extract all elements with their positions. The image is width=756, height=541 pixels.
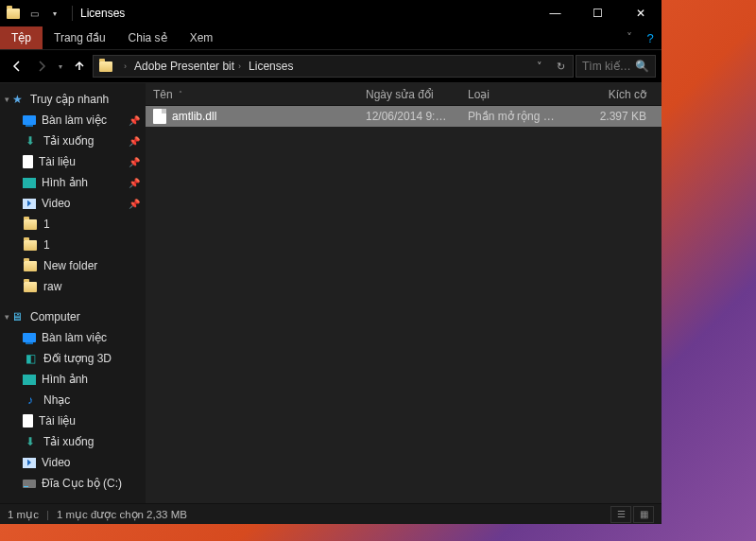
nav-item[interactable]: Video📌 xyxy=(0,193,146,214)
expand-icon[interactable]: ▾ xyxy=(0,95,13,104)
file-name: amtlib.dll xyxy=(172,110,216,123)
nav-item-label: raw xyxy=(43,280,61,293)
nav-item[interactable]: Đĩa Cục bộ (C:) xyxy=(0,473,146,494)
file-list: Tên˄ Ngày sửa đổi Loại Kích cỡ amtlib.dl… xyxy=(146,83,662,503)
desktop-icon xyxy=(23,115,36,125)
nav-item[interactable]: Hình ảnh📌 xyxy=(0,172,146,193)
nav-item-label: 1 xyxy=(43,238,50,252)
ribbon-expand-icon[interactable]: ˅ xyxy=(620,31,639,44)
folder-icon xyxy=(23,217,38,232)
nav-item-label: Tải xuống xyxy=(43,134,94,148)
doc-icon xyxy=(23,414,33,428)
view-details-button[interactable]: ☰ xyxy=(610,506,631,523)
status-selection: 1 mục được chọn 2,33 MB xyxy=(57,508,187,521)
status-bar: 1 mục | 1 mục được chọn 2,33 MB ☰ ▦ xyxy=(0,503,662,524)
nav-item-label: Bàn làm việc xyxy=(42,113,107,127)
qat-item[interactable]: ▭ xyxy=(26,6,42,21)
nav-item[interactable]: ♪Nhạc xyxy=(0,390,146,410)
nav-item-label: Video xyxy=(42,197,70,210)
address-bar[interactable]: › Adobe Presenter bit› Licenses ˅ ↻ xyxy=(93,55,574,78)
file-row[interactable]: amtlib.dll12/06/2014 9:09 SAPhần mở rộng… xyxy=(146,106,662,127)
nav-item-label: Bàn làm việc xyxy=(42,331,107,344)
search-placeholder: Tìm kiếm t… xyxy=(582,60,631,73)
pin-icon: 📌 xyxy=(129,199,140,209)
img-icon xyxy=(23,178,36,188)
window-title: Licenses xyxy=(77,7,534,20)
file-icon xyxy=(153,109,166,124)
breadcrumb-root-arrow[interactable]: › xyxy=(116,56,130,77)
column-name[interactable]: Tên˄ xyxy=(146,83,358,105)
desktop-icon xyxy=(23,333,36,342)
nav-item[interactable]: raw xyxy=(0,276,146,297)
nav-item-label: Hình ảnh xyxy=(42,373,88,386)
drive-icon xyxy=(23,480,36,488)
nav-computer[interactable]: ▾ 🖥 Computer xyxy=(0,306,146,327)
help-icon[interactable]: ? xyxy=(639,31,662,45)
column-size[interactable]: Kích cỡ xyxy=(564,83,662,105)
music-icon: ♪ xyxy=(23,393,38,408)
nav-item[interactable]: 1 xyxy=(0,214,146,235)
folder-icon xyxy=(99,61,112,72)
nav-item[interactable]: Video xyxy=(0,452,146,473)
nav-item[interactable]: ◧Đối tượng 3D xyxy=(0,348,146,369)
nav-item-label: Tài liệu xyxy=(39,414,76,428)
nav-item[interactable]: ⬇Tải xuống xyxy=(0,431,146,452)
tab-view[interactable]: Xem xyxy=(179,26,225,49)
file-date: 12/06/2014 9:09 SA xyxy=(358,110,460,123)
navigation-pane[interactable]: ▾ ★ Truy cập nhanh Bàn làm việc📌⬇Tải xuố… xyxy=(0,83,146,503)
folder-icon xyxy=(23,237,38,253)
nav-item-label: Hình ảnh xyxy=(42,176,88,189)
navbar: ▾ › Adobe Presenter bit› Licenses ˅ ↻ Tì… xyxy=(0,50,662,82)
system-menu-icon[interactable] xyxy=(6,6,21,21)
minimize-button[interactable]: — xyxy=(534,0,576,26)
file-size: 2.397 KB xyxy=(564,110,662,123)
nav-item[interactable]: Tài liệu📌 xyxy=(0,151,146,172)
column-type[interactable]: Loại xyxy=(460,83,564,105)
vid-icon xyxy=(23,199,36,209)
close-button[interactable]: ✕ xyxy=(619,0,662,26)
objects3d-icon: ◧ xyxy=(23,351,38,366)
vid-icon xyxy=(23,458,36,468)
up-button[interactable] xyxy=(68,55,91,78)
breadcrumb-item[interactable]: Licenses xyxy=(245,56,297,77)
address-dropdown-icon[interactable]: ˅ xyxy=(529,61,550,73)
refresh-icon[interactable]: ↻ xyxy=(550,61,571,73)
nav-item[interactable]: Tài liệu xyxy=(0,410,146,431)
pin-icon: 📌 xyxy=(129,178,140,188)
pin-icon: 📌 xyxy=(129,115,140,126)
nav-item-label: Nhạc xyxy=(43,393,70,407)
nav-item[interactable]: ⬇Tải xuống📌 xyxy=(0,131,146,151)
download-icon: ⬇ xyxy=(23,133,38,148)
pin-icon: 📌 xyxy=(129,136,140,147)
folder-icon xyxy=(23,258,38,273)
download-icon: ⬇ xyxy=(23,434,38,449)
sort-indicator-icon: ˄ xyxy=(179,90,182,98)
recent-dropdown[interactable]: ▾ xyxy=(55,55,66,78)
folder-icon xyxy=(23,279,38,294)
tab-home[interactable]: Trang đầu xyxy=(43,26,117,49)
nav-item[interactable]: 1 xyxy=(0,235,146,255)
nav-quick-access[interactable]: ▾ ★ Truy cập nhanh xyxy=(0,89,146,110)
nav-item-label: Video xyxy=(42,456,70,469)
qat-dropdown[interactable]: ▾ xyxy=(47,6,62,21)
nav-item[interactable]: Bàn làm việc xyxy=(0,327,146,348)
column-headers: Tên˄ Ngày sửa đổi Loại Kích cỡ xyxy=(146,83,662,106)
pin-icon: 📌 xyxy=(129,157,140,167)
file-explorer-window: ▭ ▾ Licenses — ☐ ✕ Tệp Trang đầu Chia sẻ… xyxy=(0,0,662,524)
tab-file[interactable]: Tệp xyxy=(0,26,43,49)
expand-icon[interactable]: ▾ xyxy=(0,312,13,322)
forward-button[interactable] xyxy=(30,55,53,78)
search-input[interactable]: Tìm kiếm t… 🔍 xyxy=(576,55,656,78)
nav-item[interactable]: Hình ảnh xyxy=(0,369,146,390)
nav-item[interactable]: New folder xyxy=(0,255,146,276)
view-thumbnails-button[interactable]: ▦ xyxy=(633,506,654,523)
tab-share[interactable]: Chia sẻ xyxy=(117,26,179,49)
titlebar: ▭ ▾ Licenses — ☐ ✕ xyxy=(0,0,662,26)
column-date[interactable]: Ngày sửa đổi xyxy=(358,83,460,105)
back-button[interactable] xyxy=(6,55,28,78)
doc-icon xyxy=(23,155,33,168)
breadcrumb-item[interactable]: Adobe Presenter bit› xyxy=(130,56,245,77)
maximize-button[interactable]: ☐ xyxy=(576,0,619,26)
ribbon-tabs: Tệp Trang đầu Chia sẻ Xem ˅ ? xyxy=(0,26,662,49)
nav-item[interactable]: Bàn làm việc📌 xyxy=(0,110,146,131)
